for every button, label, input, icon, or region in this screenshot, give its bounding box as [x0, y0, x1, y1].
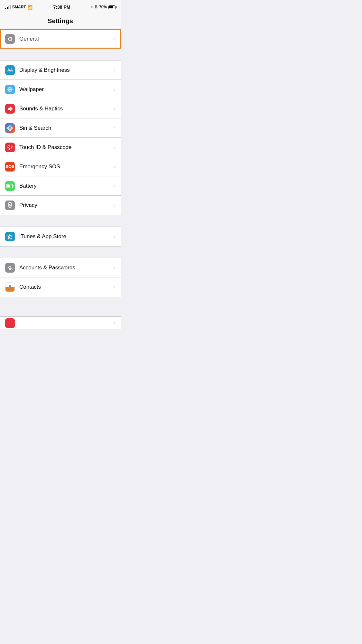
sounds-label: Sounds & Haptics — [19, 106, 114, 112]
privacy-label: Privacy — [19, 202, 114, 209]
svg-point-6 — [11, 87, 12, 89]
touchid-label: Touch ID & Passcode — [19, 144, 114, 151]
bluetooth-icon: B — [95, 5, 97, 9]
settings-item-accounts[interactable]: Accounts & Passwords › — [0, 258, 121, 277]
chevron-icon: › — [114, 234, 116, 239]
chevron-icon: › — [114, 87, 116, 92]
sounds-icon — [5, 104, 15, 114]
section-gap-3 — [0, 247, 121, 258]
contacts-icon — [5, 282, 15, 292]
page-title: Settings — [0, 17, 121, 25]
privacy-icon — [5, 201, 15, 210]
chevron-icon: › — [114, 202, 116, 208]
display-icon: AA — [5, 65, 15, 75]
siri-icon — [5, 123, 15, 133]
section-gap-2 — [0, 215, 121, 227]
settings-section-appstore: A iTunes & App Store › — [0, 227, 121, 247]
svg-point-20 — [9, 285, 11, 287]
chevron-icon: › — [114, 145, 116, 150]
settings-section-accounts: Accounts & Passwords › Contacts › — [0, 258, 121, 297]
svg-point-4 — [11, 89, 13, 90]
settings-section-general: ⚙ General › — [0, 29, 121, 49]
settings-item-display[interactable]: AA Display & Brightness › — [0, 61, 121, 80]
settings-item-privacy[interactable]: Privacy › — [0, 196, 121, 215]
chevron-icon: › — [114, 265, 116, 271]
section-gap-1 — [0, 49, 121, 60]
settings-item-wallpaper[interactable]: Wallpaper › — [0, 80, 121, 99]
display-label: Display & Brightness — [19, 67, 114, 73]
status-bar: SMART 📶 7:38 PM ‣ B 70% — [0, 0, 121, 14]
page-header: Settings — [0, 14, 121, 29]
svg-point-5 — [8, 87, 9, 89]
svg-marker-9 — [8, 107, 11, 111]
partial-icon — [5, 318, 15, 328]
svg-rect-14 — [7, 184, 10, 187]
settings-item-sounds[interactable]: Sounds & Haptics › — [0, 99, 121, 118]
svg-rect-15 — [13, 185, 14, 187]
settings-item-contacts[interactable]: Contacts › — [0, 277, 121, 297]
chevron-icon: › — [114, 125, 116, 131]
chevron-icon: › — [114, 67, 116, 73]
settings-item-siri[interactable]: Siri & Search › — [0, 118, 121, 138]
signal-icon — [5, 5, 11, 9]
svg-point-0 — [9, 89, 11, 90]
chevron-icon: › — [114, 320, 116, 326]
battery-settings-icon — [5, 181, 15, 191]
sos-label: Emergency SOS — [19, 163, 114, 170]
battery-icon — [108, 5, 116, 9]
contacts-label: Contacts — [19, 284, 114, 290]
siri-label: Siri & Search — [19, 125, 114, 131]
chevron-icon: › — [114, 183, 116, 189]
settings-item-battery[interactable]: Battery › — [0, 176, 121, 196]
svg-point-2 — [9, 91, 11, 92]
accounts-icon — [5, 263, 15, 273]
svg-point-1 — [9, 87, 11, 88]
settings-section-display: AA Display & Brightness › Wallpaper › — [0, 60, 121, 215]
battery-percent: 70% — [99, 5, 107, 9]
battery-label: Battery — [19, 183, 114, 189]
general-icon: ⚙ — [5, 34, 15, 44]
svg-point-17 — [9, 266, 11, 268]
carrier-label: SMART — [12, 5, 26, 9]
svg-text:A: A — [8, 235, 10, 239]
wallpaper-label: Wallpaper — [19, 86, 114, 93]
wifi-icon: 📶 — [27, 5, 32, 10]
svg-point-7 — [8, 90, 9, 91]
settings-item-sos[interactable]: SOS Emergency SOS › — [0, 157, 121, 176]
accounts-label: Accounts & Passwords — [19, 265, 114, 271]
section-gap-4 — [0, 297, 121, 316]
appstore-label: iTunes & App Store — [19, 233, 114, 240]
status-left: SMART 📶 — [5, 5, 32, 10]
settings-item-appstore[interactable]: A iTunes & App Store › — [0, 227, 121, 246]
wallpaper-icon — [5, 85, 15, 94]
status-right: ‣ B 70% — [91, 5, 116, 9]
svg-point-3 — [7, 89, 9, 90]
touchid-icon — [5, 143, 15, 152]
settings-section-more: › — [0, 316, 121, 330]
settings-item-general[interactable]: ⚙ General › — [0, 29, 121, 49]
status-time: 7:38 PM — [53, 5, 70, 10]
chevron-icon: › — [114, 36, 116, 42]
settings-item-touchid[interactable]: Touch ID & Passcode › — [0, 138, 121, 157]
general-label: General — [19, 36, 114, 42]
sos-icon: SOS — [5, 162, 15, 172]
svg-point-12 — [9, 127, 11, 129]
chevron-icon: › — [114, 164, 116, 170]
location-icon: ‣ — [91, 5, 93, 9]
svg-point-8 — [11, 90, 12, 91]
chevron-icon: › — [114, 284, 116, 290]
settings-item-partial[interactable]: › — [0, 317, 121, 330]
appstore-icon: A — [5, 232, 15, 241]
chevron-icon: › — [114, 106, 116, 112]
